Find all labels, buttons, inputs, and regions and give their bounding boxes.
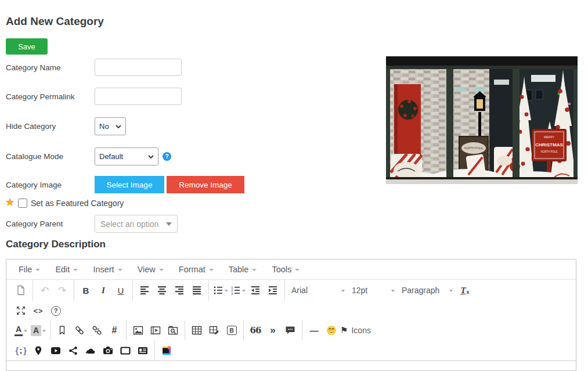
hide-category-select[interactable]: No xyxy=(95,117,126,135)
soundcloud-icon[interactable] xyxy=(82,343,99,359)
category-permalink-label: Category Permalink xyxy=(6,92,75,101)
hash-icon[interactable]: # xyxy=(106,322,123,338)
font-family-select[interactable]: Arial xyxy=(288,280,348,301)
font-size-select[interactable]: 12pt xyxy=(348,280,398,301)
browse-images-icon[interactable] xyxy=(164,322,182,338)
chevron-down-icon xyxy=(35,269,40,273)
chevron-down-icon xyxy=(242,290,246,294)
featured-category-label: Set as Featured Category xyxy=(31,199,124,208)
menu-table[interactable]: Table xyxy=(221,260,265,279)
insert-media-icon[interactable] xyxy=(147,322,164,338)
hide-category-label: Hide Category xyxy=(6,122,56,131)
blockquote-icon[interactable]: 66 xyxy=(247,322,264,338)
youtube-icon[interactable] xyxy=(47,343,64,359)
category-parent-label: Category Parent xyxy=(6,219,63,228)
share-icon[interactable] xyxy=(64,343,82,359)
menu-view[interactable]: View xyxy=(130,260,171,279)
insert-link-icon[interactable] xyxy=(71,322,88,338)
menu-edit[interactable]: Edit xyxy=(48,260,85,279)
flag-icon: ⚑ xyxy=(340,325,348,336)
anchor-bookmark-icon[interactable] xyxy=(53,322,71,338)
menu-insert[interactable]: Insert xyxy=(85,260,129,279)
catalogue-mode-label: Catalogue Mode xyxy=(6,152,63,161)
category-name-label: Category Name xyxy=(6,63,61,72)
new-document-icon[interactable] xyxy=(12,282,30,298)
description-editor: File Edit Insert View Format Table Tools… xyxy=(6,259,576,371)
chevron-down-icon xyxy=(252,269,257,273)
catalogue-mode-value: Default xyxy=(99,152,123,161)
toolbar-row-2: <> ? xyxy=(6,301,576,320)
clear-formatting-icon[interactable]: Tx xyxy=(456,282,474,298)
outdent-icon[interactable] xyxy=(247,282,264,298)
indent-icon[interactable] xyxy=(264,282,282,298)
align-left-icon[interactable] xyxy=(136,282,153,298)
chevron-down-icon xyxy=(341,290,345,294)
map-pin-icon[interactable] xyxy=(30,343,47,359)
remove-image-button[interactable]: Remove Image xyxy=(167,176,244,193)
category-name-input[interactable] xyxy=(95,59,182,76)
undo-icon[interactable]: ↶ xyxy=(36,282,53,298)
numbered-list-icon[interactable]: 123 xyxy=(229,282,247,298)
shortcode-icon[interactable]: {;} xyxy=(12,343,30,359)
edit-table-icon[interactable] xyxy=(205,322,223,338)
category-photo: NORTH POLE MERRY CHRISTMAS NORTH POLE xyxy=(386,56,578,184)
menu-file[interactable]: File xyxy=(11,260,48,279)
svg-text:NORTH POLE: NORTH POLE xyxy=(540,150,557,153)
category-image-label: Category Image xyxy=(6,181,62,189)
help-icon[interactable]: ? xyxy=(163,152,171,161)
template-icon[interactable]: B xyxy=(223,322,240,338)
chevron-down-icon xyxy=(116,125,121,128)
menu-format[interactable]: Format xyxy=(171,260,221,279)
catalogue-mode-select[interactable]: Default xyxy=(95,147,158,165)
source-code-icon[interactable]: <> xyxy=(30,302,47,319)
bullet-list-icon[interactable] xyxy=(212,282,229,298)
remove-link-icon[interactable] xyxy=(88,322,106,338)
align-right-icon[interactable] xyxy=(171,282,188,298)
editor-content-area[interactable] xyxy=(6,361,576,370)
insert-table-icon[interactable] xyxy=(188,322,205,338)
chevron-down-icon xyxy=(225,290,228,294)
underline-icon[interactable]: U xyxy=(112,282,129,298)
comment-icon[interactable] xyxy=(282,322,299,338)
italic-icon[interactable]: I xyxy=(95,282,112,298)
select-image-button[interactable]: Select Image xyxy=(95,176,164,193)
flag-icons-button[interactable]: ⚑ Icons xyxy=(340,322,371,338)
toolbar-row-1: ↶ ↷ B I U xyxy=(6,280,576,301)
category-description-heading: Category Description xyxy=(6,239,106,250)
bold-icon[interactable]: B xyxy=(77,282,95,298)
chevron-down-icon xyxy=(449,290,453,294)
giphy-icon[interactable] xyxy=(158,343,175,359)
category-parent-select[interactable]: Select an option xyxy=(95,215,178,233)
align-center-icon[interactable] xyxy=(153,282,171,298)
svg-text:3: 3 xyxy=(231,292,233,295)
camera-icon[interactable] xyxy=(99,343,117,359)
align-justify-icon[interactable] xyxy=(188,282,205,298)
menu-tools[interactable]: Tools xyxy=(264,260,307,279)
emoji-icon[interactable] xyxy=(323,322,340,338)
chevron-down-icon xyxy=(42,330,46,334)
background-color-icon[interactable]: A xyxy=(30,322,47,338)
fullscreen-icon[interactable] xyxy=(12,302,30,319)
chevron-down-icon xyxy=(148,155,154,159)
chevron-down-icon xyxy=(159,269,164,273)
save-button[interactable]: Save xyxy=(6,38,48,55)
svg-text:MERRY: MERRY xyxy=(544,135,555,139)
chevrons-right-icon[interactable]: » xyxy=(264,322,282,338)
redo-icon[interactable]: ↷ xyxy=(53,282,71,298)
paragraph-format-select[interactable]: Paragraph xyxy=(398,280,456,301)
category-permalink-input[interactable] xyxy=(95,88,182,105)
add-new-category-page: Add New Category Save Category Name Cate… xyxy=(0,0,588,371)
featured-category-checkbox[interactable] xyxy=(18,199,27,208)
page-title: Add New Category xyxy=(6,15,104,28)
chevron-down-icon xyxy=(295,269,300,273)
text-color-icon[interactable]: A xyxy=(12,322,30,338)
toolbar-row-4: {;} xyxy=(6,340,576,361)
chevron-down-icon xyxy=(73,269,78,273)
browser-window-icon[interactable] xyxy=(117,343,134,359)
insert-image-icon[interactable] xyxy=(129,322,147,338)
horizontal-rule-icon[interactable]: — xyxy=(305,322,323,338)
chevron-down-icon xyxy=(166,222,172,229)
address-card-icon[interactable] xyxy=(134,343,151,359)
help-icon[interactable]: ? xyxy=(47,302,64,319)
svg-text:NORTH POLE: NORTH POLE xyxy=(464,146,484,150)
